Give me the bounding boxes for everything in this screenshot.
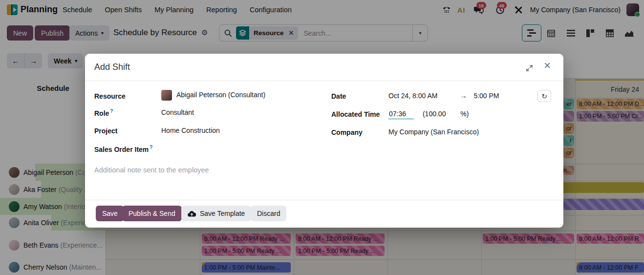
save-template-label: Save Template [200, 210, 245, 217]
planning-app-screen: Planning ScheduleOpen ShiftsMy PlanningR… [0, 0, 644, 275]
company-field-label: Company [331, 128, 363, 136]
date-start-input[interactable]: Oct 24, 8:00 AM [388, 92, 437, 100]
sales-order-item-field-label: Sales Order Item [94, 146, 149, 153]
allocated-time-field-label: Allocated Time [331, 110, 380, 118]
allocated-hours-input[interactable]: 07:36 [388, 110, 414, 119]
publish-and-send-button[interactable]: Publish & Send [122, 206, 182, 221]
resource-field-label: Resource [94, 92, 126, 100]
expand-icon[interactable] [524, 63, 534, 73]
add-shift-dialog: Add Shift × Resource Abigail Peterson (C… [85, 54, 563, 228]
note-textarea[interactable]: Additional note sent to the employee [94, 166, 387, 174]
dialog-header: Add Shift × [85, 54, 563, 81]
save-button[interactable]: Save [96, 206, 124, 221]
resource-avatar [161, 90, 172, 101]
allocated-percentage-input[interactable]: (100.00 [423, 110, 446, 118]
help-icon[interactable]: ? [150, 145, 152, 150]
save-template-button[interactable]: Save Template [181, 206, 251, 221]
company-field[interactable]: My Company (San Francisco) [388, 128, 479, 136]
resource-value: Abigail Peterson (Consultant) [176, 91, 265, 99]
refresh-icon: ↻ [541, 92, 547, 100]
allocated-time-field: 07:36 (100.00 %) [388, 110, 469, 118]
sales-order-item-field[interactable] [197, 145, 295, 153]
role-field[interactable]: Consultant [161, 108, 194, 116]
date-end-input[interactable]: 5:00 PM [473, 92, 499, 100]
date-field: Oct 24, 8:00 AM → 5:00 PM [388, 92, 499, 100]
date-field-label: Date [331, 92, 346, 100]
role-field-label: Role [94, 109, 109, 117]
allocated-percentage-suffix: %) [460, 110, 469, 118]
cloud-upload-icon [188, 211, 196, 217]
dialog-title: Add Shift [94, 62, 130, 72]
close-icon[interactable]: × [544, 60, 551, 71]
arrow-right-icon: → [460, 92, 467, 100]
project-field-label: Project [94, 127, 117, 135]
discard-button[interactable]: Discard [251, 206, 286, 221]
help-icon[interactable]: ? [110, 108, 113, 114]
dialog-footer: Save Publish & Send Save Template Discar… [85, 200, 563, 228]
recurrence-refresh-button[interactable]: ↻ [537, 90, 551, 102]
resource-field[interactable]: Abigail Peterson (Consultant) [161, 90, 265, 101]
project-field[interactable]: Home Construction [161, 127, 220, 134]
